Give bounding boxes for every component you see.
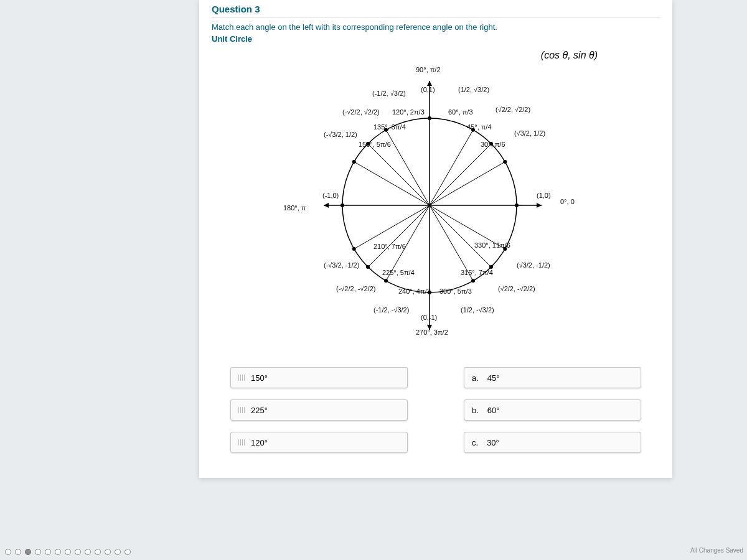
- nav-dot[interactable]: [115, 549, 121, 555]
- svg-line-10: [386, 130, 430, 205]
- label-240: 240°, 4π/3: [398, 287, 431, 295]
- label-210: 210°, 7π/6: [374, 243, 406, 250]
- nav-dot[interactable]: [15, 549, 21, 555]
- svg-line-9: [430, 130, 473, 205]
- coord-60: (1/2, √3/2): [458, 86, 489, 93]
- svg-line-17: [430, 205, 491, 267]
- label-90: 90°, π/2: [416, 66, 441, 73]
- saved-indicator: All Changes Saved: [690, 547, 743, 554]
- match-target-c[interactable]: c. 30°: [464, 432, 641, 453]
- svg-point-23: [503, 160, 507, 164]
- cos-sin-label: (cos θ, sin θ): [541, 50, 598, 61]
- match-label: 30°: [487, 438, 499, 447]
- svg-point-30: [366, 265, 370, 269]
- match-label: 45°: [487, 373, 500, 383]
- label-300: 300°, 5π/3: [439, 287, 472, 295]
- nav-dot[interactable]: [75, 549, 81, 555]
- match-letter: a.: [472, 373, 479, 383]
- question-subtitle: Unit Circle: [212, 34, 660, 44]
- svg-point-32: [471, 279, 475, 282]
- svg-line-11: [368, 144, 430, 205]
- svg-marker-2: [537, 203, 542, 208]
- match-item-120[interactable]: 120°: [230, 432, 408, 453]
- label-315: 315°, 7π/4: [461, 269, 493, 276]
- coord-135: (-√2/2, √2/2): [342, 108, 380, 116]
- label-0deg: 0°, 0: [560, 198, 575, 205]
- question-instruction: Match each angle on the left with its co…: [212, 22, 660, 32]
- nav-dot[interactable]: [105, 549, 111, 555]
- match-letter: b.: [472, 406, 479, 415]
- svg-point-19: [515, 203, 519, 207]
- label-45: 45°, π/4: [467, 123, 492, 131]
- question-title: Question 3: [212, 4, 660, 14]
- coord-240: (-1/2, -√3/2): [374, 306, 409, 314]
- match-target-b[interactable]: b. 60°: [464, 399, 641, 421]
- coord-120: (-1/2, √3/2): [372, 90, 406, 97]
- coord-30: (√3/2, 1/2): [514, 129, 545, 137]
- nav-dot[interactable]: [65, 549, 71, 555]
- match-item-225[interactable]: 225°: [230, 399, 408, 421]
- label-330: 330°, 11π/6: [474, 241, 510, 249]
- match-right-column: a. 45° b. 60° c. 30°: [464, 367, 641, 453]
- match-label: 60°: [487, 406, 500, 415]
- match-label: 150°: [251, 373, 268, 383]
- nav-dot[interactable]: [5, 549, 11, 555]
- coord-225: (-√2/2, -√2/2): [336, 285, 375, 292]
- question-header: Question 3: [212, 0, 660, 17]
- nav-dot[interactable]: [45, 549, 51, 555]
- unit-circle-svg: [255, 62, 604, 348]
- unit-circle-figure: (cos θ, sin θ): [249, 50, 622, 355]
- match-label: 225°: [251, 406, 268, 415]
- label-60: 60°, π/3: [448, 108, 473, 116]
- nav-dot[interactable]: [95, 549, 101, 555]
- drag-handle-icon: [238, 375, 245, 381]
- svg-line-14: [368, 205, 430, 267]
- match-target-a[interactable]: a. 45°: [464, 367, 641, 388]
- svg-point-20: [341, 203, 344, 207]
- label-120: 120°, 2π/3: [392, 108, 425, 116]
- nav-dot[interactable]: [85, 549, 91, 555]
- label-1-0: (1,0): [537, 192, 551, 199]
- svg-line-12: [354, 162, 430, 205]
- nav-dot[interactable]: [125, 549, 131, 555]
- label-0-1: (0,1): [421, 86, 435, 93]
- nav-dot[interactable]: [55, 549, 61, 555]
- question-nav-dots: [5, 549, 131, 555]
- svg-point-22: [428, 116, 431, 120]
- label-0-m1: (0,-1): [421, 314, 437, 321]
- question-card: Question 3 Match each angle on the left …: [199, 0, 672, 478]
- coord-330: (√3/2, -1/2): [517, 261, 550, 269]
- coord-45: (√2/2, √2/2): [496, 106, 530, 113]
- svg-marker-5: [427, 81, 432, 86]
- svg-line-8: [430, 144, 491, 205]
- coord-315: (√2/2, -√2/2): [498, 285, 535, 292]
- drag-handle-icon: [238, 407, 245, 413]
- label-m1-0: (-1,0): [322, 192, 339, 199]
- svg-line-7: [430, 162, 505, 205]
- coord-300: (1/2, -√3/2): [461, 306, 494, 314]
- label-135: 135°, 3π/4: [374, 123, 406, 131]
- label-270: 270°, 3π/2: [416, 329, 448, 336]
- nav-dot[interactable]: [25, 549, 31, 555]
- match-label: 120°: [251, 438, 268, 447]
- svg-point-31: [384, 279, 388, 282]
- drag-handle-icon: [238, 439, 245, 446]
- label-180: 180°, π: [283, 204, 306, 212]
- svg-point-29: [352, 247, 356, 251]
- nav-dot[interactable]: [35, 549, 41, 555]
- coord-150: (-√3/2, 1/2): [324, 131, 357, 138]
- label-225: 225°, 5π/4: [382, 269, 415, 276]
- svg-marker-3: [324, 203, 329, 208]
- svg-point-28: [352, 160, 356, 164]
- label-150: 150°, 5π/6: [359, 141, 391, 148]
- match-area: 150° 225° 120° a. 45° b. 60° c. 30°: [212, 367, 660, 453]
- match-letter: c.: [472, 438, 478, 447]
- label-30: 30°, π/6: [481, 141, 505, 148]
- match-left-column: 150° 225° 120°: [230, 367, 408, 453]
- match-item-150[interactable]: 150°: [230, 367, 408, 388]
- coord-210: (-√3/2, -1/2): [324, 261, 359, 269]
